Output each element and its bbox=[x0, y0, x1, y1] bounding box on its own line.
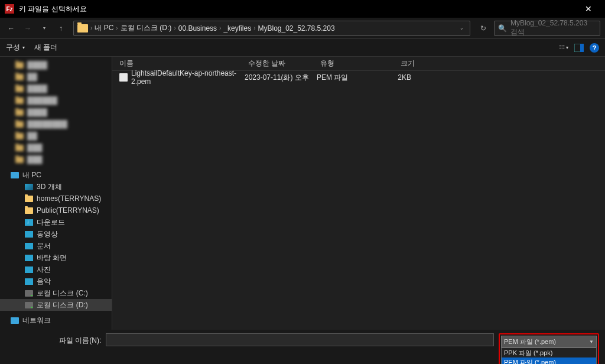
forward-button[interactable]: → bbox=[21, 22, 34, 35]
new-folder-button[interactable]: 새 폴더 bbox=[34, 43, 57, 53]
sidebar-item-pictures[interactable]: 사진 bbox=[0, 264, 112, 275]
breadcrumb-item[interactable]: 00.Business bbox=[178, 24, 217, 32]
column-header-type[interactable]: 유형 bbox=[320, 58, 379, 69]
close-button[interactable]: ✕ bbox=[577, 4, 600, 14]
search-icon: 🔍 bbox=[498, 24, 507, 32]
svg-rect-5 bbox=[562, 48, 565, 48]
sidebar-item[interactable]: ██ bbox=[0, 71, 112, 83]
filename-label: 파일 이름(N): bbox=[6, 336, 101, 346]
titlebar: Fz 키 파일을 선택하세요 ✕ bbox=[0, 0, 605, 18]
back-button[interactable]: ← bbox=[5, 22, 18, 35]
preview-pane-button[interactable] bbox=[574, 43, 584, 53]
chevron-down-icon[interactable]: ⌄ bbox=[460, 25, 464, 31]
breadcrumb[interactable]: › 내 PC› 로컬 디스크 (D:)› 00.Business› _keyfi… bbox=[73, 21, 470, 36]
sidebar-network[interactable]: 네트워크 bbox=[0, 314, 112, 326]
navbar: ← → ▾ ↑ › 내 PC› 로컬 디스크 (D:)› 00.Business… bbox=[0, 18, 605, 39]
sidebar: ████ ██ ████ ██████ ████ ████████ ██ ███… bbox=[0, 57, 112, 330]
column-header-size[interactable]: 크기 bbox=[379, 58, 415, 69]
file-type: PEM 파일 bbox=[317, 73, 376, 83]
file-list-area: 이름 수정한 날짜 유형 크기 LightsailDefaultKey-ap-n… bbox=[112, 57, 605, 330]
refresh-button[interactable]: ↻ bbox=[476, 24, 490, 32]
file-row[interactable]: LightsailDefaultKey-ap-northeast-2.pem 2… bbox=[112, 71, 605, 84]
svg-rect-0 bbox=[560, 46, 562, 46]
sidebar-item-drive-d[interactable]: 로컬 디스크 (D:) bbox=[0, 299, 112, 311]
sidebar-item[interactable]: ████ bbox=[0, 106, 112, 118]
sidebar-item-public[interactable]: Public(TERRYNAS) bbox=[0, 204, 112, 216]
svg-rect-1 bbox=[560, 47, 562, 47]
sidebar-item-homes[interactable]: homes(TERRYNAS) bbox=[0, 193, 112, 204]
help-button[interactable]: ? bbox=[590, 43, 599, 53]
sidebar-item[interactable]: ████████ bbox=[0, 118, 112, 130]
recent-locations-button[interactable]: ▾ bbox=[38, 22, 51, 35]
window-title: 키 파일을 선택하세요 bbox=[19, 4, 577, 14]
sidebar-item-downloads[interactable]: 다운로드 bbox=[0, 216, 112, 228]
sidebar-item[interactable]: ██ bbox=[0, 130, 112, 142]
column-header-date[interactable]: 수정한 날짜 bbox=[248, 58, 320, 69]
sidebar-my-pc[interactable]: 내 PC bbox=[0, 169, 112, 181]
svg-rect-4 bbox=[562, 47, 565, 47]
sidebar-item[interactable]: ████ bbox=[0, 59, 112, 71]
filter-option-ppk[interactable]: PPK 파일 (*.ppk) bbox=[502, 348, 596, 358]
main-area: ████ ██ ████ ██████ ████ ████████ ██ ███… bbox=[0, 57, 605, 330]
view-mode-button[interactable]: ▾ bbox=[559, 43, 568, 53]
file-date: 2023-07-11(화) 오후 bbox=[245, 73, 317, 83]
footer: 파일 이름(N): PEM 파일 (*.pem) ▼ PPK 파일 (*.ppk… bbox=[0, 330, 605, 364]
svg-rect-2 bbox=[560, 48, 562, 48]
app-icon: Fz bbox=[5, 4, 14, 14]
up-button[interactable]: ↑ bbox=[54, 22, 67, 35]
svg-rect-7 bbox=[580, 44, 584, 52]
sidebar-item[interactable]: ███ bbox=[0, 142, 112, 154]
sidebar-item-desktop[interactable]: 바탕 화면 bbox=[0, 252, 112, 264]
file-icon bbox=[119, 73, 128, 82]
folder-icon bbox=[77, 24, 88, 32]
column-header-name[interactable]: 이름 bbox=[119, 58, 248, 69]
sidebar-item[interactable]: ██████ bbox=[0, 95, 112, 106]
sidebar-item-videos[interactable]: 동영상 bbox=[0, 228, 112, 240]
filter-selected-text: PEM 파일 (*.pem) bbox=[504, 337, 556, 346]
chevron-down-icon: ▼ bbox=[589, 339, 594, 344]
file-size: 2KB bbox=[376, 73, 411, 82]
toolbar: 구성▾ 새 폴더 ▾ ? bbox=[0, 39, 605, 57]
sidebar-item[interactable]: ███ bbox=[0, 154, 112, 165]
sidebar-item-music[interactable]: 음악 bbox=[0, 275, 112, 287]
search-input[interactable]: 🔍 MyBlog_02_52.78.5.203 검색 bbox=[494, 21, 600, 36]
sidebar-item-3d[interactable]: 3D 개체 bbox=[0, 181, 112, 193]
file-type-filter[interactable]: PEM 파일 (*.pem) ▼ bbox=[501, 336, 597, 347]
organize-button[interactable]: 구성▾ bbox=[6, 43, 25, 53]
sidebar-item-documents[interactable]: 문서 bbox=[0, 240, 112, 252]
filename-input[interactable] bbox=[106, 333, 494, 346]
breadcrumb-item[interactable]: 로컬 디스크 (D:) bbox=[121, 23, 172, 33]
breadcrumb-item[interactable]: 내 PC bbox=[95, 23, 113, 33]
search-placeholder: MyBlog_02_52.78.5.203 검색 bbox=[510, 19, 596, 37]
sidebar-item-drive-c[interactable]: 로컬 디스크 (C:) bbox=[0, 287, 112, 299]
filter-option-pem[interactable]: PEM 파일 (*.pem) bbox=[502, 358, 596, 364]
breadcrumb-item[interactable]: MyBlog_02_52.78.5.203 bbox=[258, 24, 334, 32]
highlight-box: PEM 파일 (*.pem) ▼ PPK 파일 (*.ppk) PEM 파일 (… bbox=[499, 333, 599, 364]
filter-dropdown: PPK 파일 (*.ppk) PEM 파일 (*.pem) 모든 파일 (*.*… bbox=[501, 347, 597, 364]
sidebar-item[interactable]: ████ bbox=[0, 83, 112, 95]
svg-rect-3 bbox=[562, 46, 565, 46]
file-name: LightsailDefaultKey-ap-northeast-2.pem bbox=[131, 69, 245, 86]
breadcrumb-item[interactable]: _keyfiles bbox=[223, 24, 251, 32]
